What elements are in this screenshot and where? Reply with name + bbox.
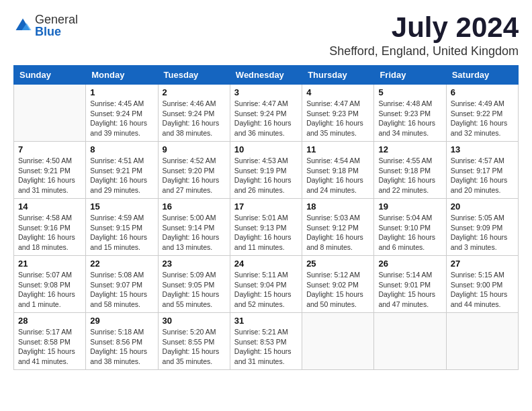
calendar-cell: 6Sunrise: 4:49 AM Sunset: 9:22 PM Daylig… [446, 85, 518, 142]
calendar-cell: 2Sunrise: 4:46 AM Sunset: 9:24 PM Daylig… [158, 85, 230, 142]
calendar-table: SundayMondayTuesdayWednesdayThursdayFrid… [13, 65, 519, 370]
day-info: Sunrise: 4:46 AM Sunset: 9:24 PM Dayligh… [163, 99, 226, 138]
day-number: 2 [163, 87, 226, 97]
weekday-header-saturday: Saturday [446, 66, 518, 85]
calendar-cell [446, 313, 518, 370]
day-info: Sunrise: 4:49 AM Sunset: 9:22 PM Dayligh… [451, 99, 514, 138]
calendar-cell: 24Sunrise: 5:11 AM Sunset: 9:04 PM Dayli… [230, 256, 302, 313]
day-number: 7 [18, 144, 81, 154]
day-info: Sunrise: 5:09 AM Sunset: 9:05 PM Dayligh… [163, 270, 226, 310]
weekday-header-tuesday: Tuesday [158, 66, 230, 85]
calendar-cell: 26Sunrise: 5:14 AM Sunset: 9:01 PM Dayli… [374, 256, 446, 313]
calendar-cell: 10Sunrise: 4:53 AM Sunset: 9:19 PM Dayli… [230, 142, 302, 199]
logo-general-text: General [35, 13, 78, 26]
calendar-week-1: 1Sunrise: 4:45 AM Sunset: 9:24 PM Daylig… [14, 85, 519, 142]
calendar-cell [302, 313, 374, 370]
day-number: 11 [306, 144, 369, 154]
location-title: Shefford, England, United Kingdom [329, 44, 519, 58]
weekday-header-row: SundayMondayTuesdayWednesdayThursdayFrid… [14, 66, 519, 85]
day-info: Sunrise: 5:00 AM Sunset: 9:14 PM Dayligh… [163, 213, 226, 253]
day-number: 13 [451, 144, 514, 154]
weekday-header-thursday: Thursday [302, 66, 374, 85]
calendar-cell: 12Sunrise: 4:55 AM Sunset: 9:18 PM Dayli… [374, 142, 446, 199]
weekday-header-sunday: Sunday [14, 66, 86, 85]
calendar-cell: 18Sunrise: 5:03 AM Sunset: 9:12 PM Dayli… [302, 199, 374, 256]
day-number: 23 [163, 259, 226, 269]
day-info: Sunrise: 4:53 AM Sunset: 9:19 PM Dayligh… [234, 156, 298, 195]
day-info: Sunrise: 5:03 AM Sunset: 9:12 PM Dayligh… [306, 213, 369, 253]
day-info: Sunrise: 5:17 AM Sunset: 8:58 PM Dayligh… [18, 327, 81, 367]
calendar-week-3: 14Sunrise: 4:58 AM Sunset: 9:16 PM Dayli… [14, 199, 519, 256]
calendar-cell: 25Sunrise: 5:12 AM Sunset: 9:02 PM Dayli… [302, 256, 374, 313]
logo-blue-text: Blue [35, 26, 78, 38]
day-number: 18 [306, 201, 369, 212]
calendar-cell: 11Sunrise: 4:54 AM Sunset: 9:18 PM Dayli… [302, 142, 374, 199]
day-number: 19 [378, 201, 441, 212]
day-info: Sunrise: 4:54 AM Sunset: 9:18 PM Dayligh… [306, 156, 369, 195]
day-info: Sunrise: 5:04 AM Sunset: 9:10 PM Dayligh… [378, 213, 441, 253]
day-number: 29 [90, 316, 153, 326]
logo-text: General Blue [35, 13, 78, 38]
day-info: Sunrise: 4:45 AM Sunset: 9:24 PM Dayligh… [90, 99, 153, 138]
day-info: Sunrise: 4:48 AM Sunset: 9:23 PM Dayligh… [378, 99, 441, 138]
page-header: General Blue July 2024 Shefford, England… [13, 13, 519, 58]
day-number: 21 [18, 259, 81, 269]
day-info: Sunrise: 4:59 AM Sunset: 9:15 PM Dayligh… [90, 213, 153, 253]
weekday-header-wednesday: Wednesday [230, 66, 302, 85]
day-info: Sunrise: 5:15 AM Sunset: 9:00 PM Dayligh… [451, 270, 514, 310]
day-number: 24 [234, 259, 298, 269]
calendar-cell: 31Sunrise: 5:21 AM Sunset: 8:53 PM Dayli… [230, 313, 302, 370]
day-number: 8 [90, 144, 153, 154]
day-number: 1 [90, 87, 153, 97]
calendar-cell: 17Sunrise: 5:01 AM Sunset: 9:13 PM Dayli… [230, 199, 302, 256]
calendar-cell [14, 85, 86, 142]
calendar-week-5: 28Sunrise: 5:17 AM Sunset: 8:58 PM Dayli… [14, 313, 519, 370]
day-info: Sunrise: 5:18 AM Sunset: 8:56 PM Dayligh… [90, 327, 153, 367]
calendar-cell: 1Sunrise: 4:45 AM Sunset: 9:24 PM Daylig… [86, 85, 158, 142]
calendar-cell: 5Sunrise: 4:48 AM Sunset: 9:23 PM Daylig… [374, 85, 446, 142]
calendar-cell: 23Sunrise: 5:09 AM Sunset: 9:05 PM Dayli… [158, 256, 230, 313]
calendar-week-4: 21Sunrise: 5:07 AM Sunset: 9:08 PM Dayli… [14, 256, 519, 313]
day-info: Sunrise: 5:05 AM Sunset: 9:09 PM Dayligh… [451, 213, 514, 253]
day-info: Sunrise: 5:14 AM Sunset: 9:01 PM Dayligh… [378, 270, 441, 310]
day-number: 26 [378, 259, 441, 269]
calendar-cell: 15Sunrise: 4:59 AM Sunset: 9:15 PM Dayli… [86, 199, 158, 256]
calendar-cell: 3Sunrise: 4:47 AM Sunset: 9:24 PM Daylig… [230, 85, 302, 142]
calendar-cell [374, 313, 446, 370]
day-info: Sunrise: 4:52 AM Sunset: 9:20 PM Dayligh… [163, 156, 226, 195]
day-number: 3 [234, 87, 298, 97]
day-number: 9 [163, 144, 226, 154]
calendar-week-2: 7Sunrise: 4:50 AM Sunset: 9:21 PM Daylig… [14, 142, 519, 199]
calendar-cell: 29Sunrise: 5:18 AM Sunset: 8:56 PM Dayli… [86, 313, 158, 370]
calendar-cell: 27Sunrise: 5:15 AM Sunset: 9:00 PM Dayli… [446, 256, 518, 313]
calendar-cell: 14Sunrise: 4:58 AM Sunset: 9:16 PM Dayli… [14, 199, 86, 256]
logo-icon [13, 16, 32, 35]
day-info: Sunrise: 4:55 AM Sunset: 9:18 PM Dayligh… [378, 156, 441, 195]
day-info: Sunrise: 4:47 AM Sunset: 9:24 PM Dayligh… [234, 99, 298, 138]
calendar-cell: 4Sunrise: 4:47 AM Sunset: 9:23 PM Daylig… [302, 85, 374, 142]
day-number: 28 [18, 316, 81, 326]
day-number: 12 [378, 144, 441, 154]
calendar-cell: 16Sunrise: 5:00 AM Sunset: 9:14 PM Dayli… [158, 199, 230, 256]
month-title: July 2024 [329, 13, 519, 42]
day-number: 4 [306, 87, 369, 97]
day-info: Sunrise: 5:20 AM Sunset: 8:55 PM Dayligh… [163, 327, 226, 367]
day-number: 14 [18, 201, 81, 212]
weekday-header-monday: Monday [86, 66, 158, 85]
calendar-cell: 30Sunrise: 5:20 AM Sunset: 8:55 PM Dayli… [158, 313, 230, 370]
calendar-cell: 20Sunrise: 5:05 AM Sunset: 9:09 PM Dayli… [446, 199, 518, 256]
day-info: Sunrise: 4:51 AM Sunset: 9:21 PM Dayligh… [90, 156, 153, 195]
calendar-cell: 22Sunrise: 5:08 AM Sunset: 9:07 PM Dayli… [86, 256, 158, 313]
day-number: 10 [234, 144, 298, 154]
day-info: Sunrise: 5:08 AM Sunset: 9:07 PM Dayligh… [90, 270, 153, 310]
day-info: Sunrise: 5:07 AM Sunset: 9:08 PM Dayligh… [18, 270, 81, 310]
calendar-cell: 7Sunrise: 4:50 AM Sunset: 9:21 PM Daylig… [14, 142, 86, 199]
day-number: 20 [451, 201, 514, 212]
day-number: 6 [451, 87, 514, 97]
day-number: 27 [451, 259, 514, 269]
calendar-cell: 9Sunrise: 4:52 AM Sunset: 9:20 PM Daylig… [158, 142, 230, 199]
day-number: 22 [90, 259, 153, 269]
day-number: 25 [306, 259, 369, 269]
day-info: Sunrise: 5:12 AM Sunset: 9:02 PM Dayligh… [306, 270, 369, 310]
weekday-header-friday: Friday [374, 66, 446, 85]
